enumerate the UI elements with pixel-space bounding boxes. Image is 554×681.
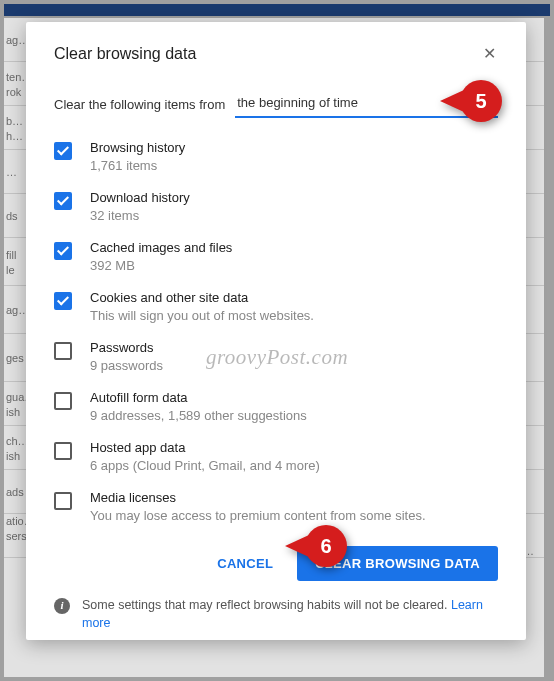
dialog-actions: CANCEL CLEAR BROWSING DATA — [54, 546, 498, 581]
footer-text: Some settings that may reflect browsing … — [82, 597, 498, 632]
checkbox-label: Cached images and files — [90, 240, 498, 255]
checkbox-text: Browsing history1,761 items — [90, 140, 498, 173]
checkbox-row: Download history32 items — [54, 190, 498, 223]
checkbox-text: Passwords9 passwords — [90, 340, 498, 373]
clear-browsing-data-dialog: Clear browsing data ✕ Clear the followin… — [26, 22, 526, 640]
checkbox[interactable] — [54, 492, 72, 510]
bg-header-bar — [4, 4, 550, 16]
checkbox-row: Cached images and files392 MB — [54, 240, 498, 273]
checkbox-sublabel: 6 apps (Cloud Print, Gmail, and 4 more) — [90, 458, 498, 473]
close-icon[interactable]: ✕ — [480, 44, 498, 63]
checkbox-sublabel: 1,761 items — [90, 158, 498, 173]
checkbox-sublabel: This will sign you out of most websites. — [90, 308, 498, 323]
checkbox-row: Hosted app data6 apps (Cloud Print, Gmai… — [54, 440, 498, 473]
checkbox-label: Download history — [90, 190, 498, 205]
checkbox-sublabel: You may lose access to premium content f… — [90, 508, 498, 523]
checkbox-sublabel: 9 passwords — [90, 358, 498, 373]
checkbox-label: Autofill form data — [90, 390, 498, 405]
checkbox-sublabel: 392 MB — [90, 258, 498, 273]
checkbox-row: Browsing history1,761 items — [54, 140, 498, 173]
checkbox-list: Browsing history1,761 itemsDownload hist… — [54, 140, 498, 540]
checkbox[interactable] — [54, 342, 72, 360]
checkbox-label: Browsing history — [90, 140, 498, 155]
checkbox-row: Autofill form data9 addresses, 1,589 oth… — [54, 390, 498, 423]
checkbox-label: Cookies and other site data — [90, 290, 498, 305]
checkbox-label: Passwords — [90, 340, 498, 355]
time-range-value: the beginning of time — [237, 95, 358, 110]
checkbox[interactable] — [54, 142, 72, 160]
checkbox[interactable] — [54, 292, 72, 310]
checkbox-text: Hosted app data6 apps (Cloud Print, Gmai… — [90, 440, 498, 473]
dialog-header: Clear browsing data ✕ — [54, 44, 498, 63]
cancel-button[interactable]: CANCEL — [207, 548, 283, 579]
checkbox-text: Download history32 items — [90, 190, 498, 223]
checkbox[interactable] — [54, 442, 72, 460]
info-icon: i — [54, 598, 70, 614]
checkbox-text: Cached images and files392 MB — [90, 240, 498, 273]
checkbox[interactable] — [54, 192, 72, 210]
checkbox-label: Media licenses — [90, 490, 498, 505]
checkbox-text: Cookies and other site dataThis will sig… — [90, 290, 498, 323]
checkbox-row: Media licensesYou may lose access to pre… — [54, 490, 498, 523]
checkbox[interactable] — [54, 242, 72, 260]
callout-pin-5: 5 — [460, 80, 502, 122]
checkbox-text: Media licensesYou may lose access to pre… — [90, 490, 498, 523]
checkbox-label: Hosted app data — [90, 440, 498, 455]
checkbox-sublabel: 32 items — [90, 208, 498, 223]
checkbox-sublabel: 9 addresses, 1,589 other suggestions — [90, 408, 498, 423]
callout-6: 6 — [305, 525, 347, 567]
time-range-label: Clear the following items from — [54, 97, 225, 112]
callout-pin-6: 6 — [305, 525, 347, 567]
checkbox-text: Autofill form data9 addresses, 1,589 oth… — [90, 390, 498, 423]
dialog-title: Clear browsing data — [54, 45, 196, 63]
checkbox-row: Passwords9 passwords — [54, 340, 498, 373]
callout-5: 5 — [460, 80, 502, 122]
footer-note: i Some settings that may reflect browsin… — [54, 597, 498, 632]
time-range-row: Clear the following items from the begin… — [54, 91, 498, 118]
checkbox-row: Cookies and other site dataThis will sig… — [54, 290, 498, 323]
checkbox[interactable] — [54, 392, 72, 410]
